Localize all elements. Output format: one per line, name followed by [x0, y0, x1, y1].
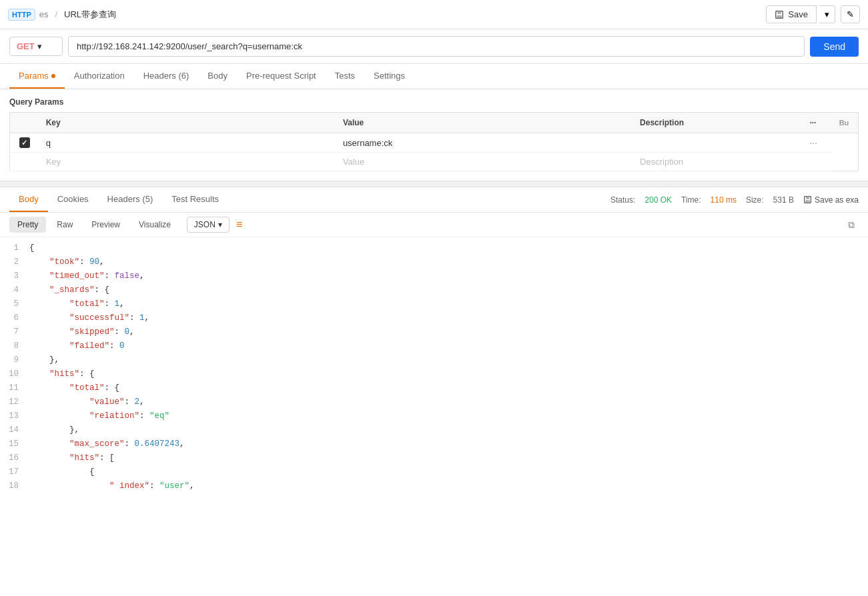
row2-check-cell [10, 153, 39, 171]
line-num-16: 16 [0, 451, 27, 465]
json-line-4: 4 "_shards": { [0, 283, 868, 297]
url-input[interactable] [68, 36, 805, 57]
tab-response-body[interactable]: Body [9, 187, 48, 212]
line-num-14: 14 [0, 423, 27, 437]
format-raw-button[interactable]: Raw [49, 217, 81, 233]
json-viewer: 1 { 2 "took": 90, 3 "timed_out": false, … [0, 237, 868, 497]
params-dot [51, 74, 55, 78]
copy-icon[interactable]: ⧉ [844, 218, 859, 232]
tab-params[interactable]: Params [9, 64, 65, 89]
tab-body-label: Body [207, 71, 228, 81]
save-as-button[interactable]: Save as exa [803, 195, 859, 205]
row1-key-cell[interactable]: q [39, 133, 336, 153]
col-key-header: Key [39, 113, 336, 133]
more-options-icon[interactable]: ··· [809, 118, 816, 127]
line-content-11: "total": { [27, 381, 868, 395]
col-desc-header: Description [633, 113, 803, 133]
tab-tests[interactable]: Tests [326, 64, 364, 89]
tab-response-test-results[interactable]: Test Results [162, 187, 228, 212]
line-num-17: 17 [0, 465, 27, 479]
line-content-2: "took": 90, [27, 255, 868, 269]
tab-response-body-label: Body [19, 194, 39, 204]
line-content-6: "successful": 1, [27, 311, 868, 325]
row2-desc-cell[interactable]: Description [633, 153, 803, 171]
row1-more-cell[interactable]: ··· [803, 133, 832, 153]
tab-headers[interactable]: Headers (6) [134, 64, 199, 89]
json-line-8: 8 "failed": 0 [0, 339, 868, 353]
http-badge: HTTP [8, 9, 35, 21]
row2-key-placeholder: Key [46, 157, 61, 167]
params-table: Key Value Description ··· Bu q [9, 112, 859, 171]
line-content-16: "hits": [ [27, 451, 868, 465]
breadcrumb-sep: / [55, 9, 57, 19]
tab-pre-request[interactable]: Pre-request Script [237, 64, 326, 89]
save-label: Save [788, 9, 808, 19]
tab-settings[interactable]: Settings [364, 64, 414, 89]
method-select[interactable]: GET ▾ [9, 37, 63, 56]
row1-desc-cell[interactable] [633, 133, 803, 153]
row1-checkbox[interactable] [19, 137, 30, 148]
tab-response-cookies[interactable]: Cookies [48, 187, 98, 212]
response-status-bar: Status: 200 OK Time: 110 ms Size: 531 B … [610, 195, 859, 205]
line-content-8: "failed": 0 [27, 339, 868, 353]
json-line-9: 9 }, [0, 353, 868, 367]
page-title: URL带参查询 [64, 9, 116, 21]
format-visualize-button[interactable]: Visualize [131, 217, 179, 233]
row1-value-cell[interactable]: username:ck [336, 133, 633, 153]
svg-rect-1 [778, 11, 781, 13]
edit-icon: ✎ [847, 9, 854, 19]
line-num-13: 13 [0, 409, 27, 423]
col-more-header: ··· [803, 113, 832, 133]
line-num-9: 9 [0, 353, 27, 367]
line-content-15: "max_score": 0.6407243, [27, 437, 868, 451]
tab-authorization-label: Authorization [74, 71, 125, 81]
table-row: Key Value Description [10, 153, 859, 171]
json-line-13: 13 "relation": "eq" [0, 409, 868, 423]
row2-value-cell[interactable]: Value [336, 153, 633, 171]
status-label: Status: [610, 195, 635, 205]
json-line-6: 6 "successful": 1, [0, 311, 868, 325]
svg-rect-4 [806, 197, 809, 199]
top-bar-right: Save ▾ ✎ [766, 5, 860, 23]
json-format-select[interactable]: JSON ▾ [187, 217, 230, 233]
edit-button[interactable]: ✎ [841, 5, 860, 23]
save-icon [775, 10, 784, 19]
col-bulk-header: Bu [833, 113, 859, 133]
filter-icon[interactable]: ≡ [232, 217, 246, 232]
svg-rect-5 [805, 200, 810, 202]
top-bar: HTTP es / URL带参查询 Save ▾ ✎ [0, 0, 868, 29]
response-tabs-bar: Body Cookies Headers (5) Test Results St… [0, 187, 868, 213]
time-value: 110 ms [711, 195, 737, 205]
line-content-10: "hits": { [27, 367, 868, 381]
row2-key-cell[interactable]: Key [39, 153, 336, 171]
query-params-section: Query Params Key Value Description ··· B… [0, 89, 868, 171]
format-preview-button[interactable]: Preview [83, 217, 128, 233]
line-num-10: 10 [0, 367, 27, 381]
line-num-15: 15 [0, 437, 27, 451]
line-content-14: }, [27, 423, 868, 437]
line-num-2: 2 [0, 255, 27, 269]
save-as-label: Save as exa [815, 195, 859, 205]
line-content-12: "value": 2, [27, 395, 868, 409]
json-line-18: 18 " index": "user", [0, 479, 868, 493]
json-line-12: 12 "value": 2, [0, 395, 868, 409]
json-line-3: 3 "timed_out": false, [0, 269, 868, 283]
json-line-5: 5 "total": 1, [0, 297, 868, 311]
row1-more-icon[interactable]: ··· [809, 137, 817, 148]
save-button[interactable]: Save [766, 5, 817, 23]
tab-response-headers[interactable]: Headers (5) [98, 187, 163, 212]
tab-body[interactable]: Body [198, 64, 237, 89]
response-section: Body Cookies Headers (5) Test Results St… [0, 187, 868, 497]
tab-authorization[interactable]: Authorization [65, 64, 134, 89]
tab-params-label: Params [19, 71, 49, 81]
json-format-label: JSON [194, 220, 215, 229]
format-pretty-button[interactable]: Pretty [9, 217, 46, 233]
method-chevron-icon: ▾ [37, 41, 42, 51]
save-dropdown-button[interactable]: ▾ [819, 5, 835, 23]
json-chevron-icon: ▾ [218, 220, 222, 229]
send-button[interactable]: Send [810, 37, 859, 57]
tab-response-test-results-label: Test Results [171, 194, 219, 204]
json-line-15: 15 "max_score": 0.6407243, [0, 437, 868, 451]
save-as-icon [803, 195, 812, 204]
line-num-12: 12 [0, 395, 27, 409]
